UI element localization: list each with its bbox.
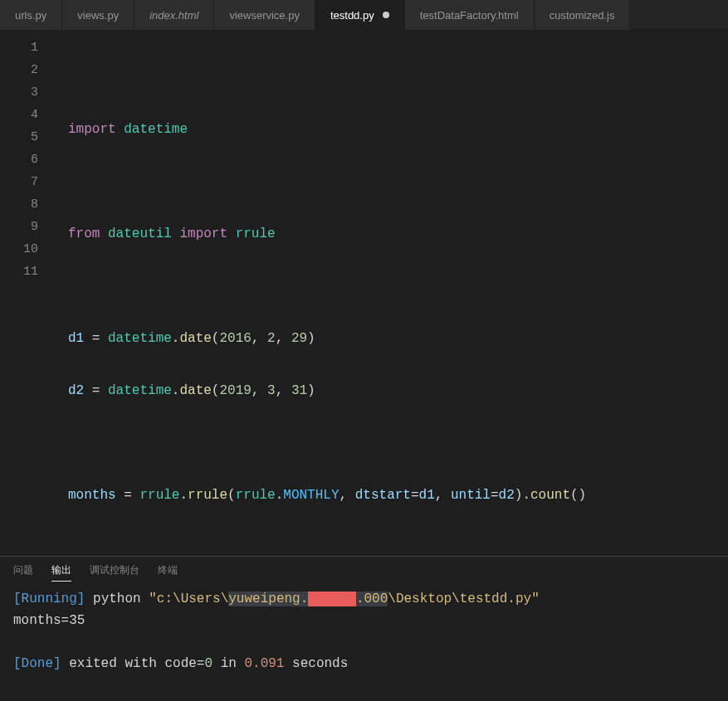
output-content[interactable]: [Running] python "c:\Users\yuweipeng.PHO…	[0, 587, 728, 676]
line-number: 4	[0, 104, 53, 126]
code-line: from dateutil import rrule	[53, 223, 728, 246]
code-line: d2 = datetime.date(2019, 3, 31)	[53, 380, 728, 402]
tab-index-html[interactable]: index.html	[134, 0, 214, 30]
line-number: 1	[0, 37, 53, 59]
code-line: d1 = datetime.date(2016, 2, 29)	[53, 328, 728, 350]
selected-text: yuweipeng.	[228, 591, 308, 606]
panel-tab-problems[interactable]: 问题	[13, 563, 33, 582]
tab-bar: urls.pyviews.pyindex.htmlviewservice.pyt…	[0, 0, 728, 30]
redacted-text: PHONET	[308, 591, 356, 606]
line-number: 8	[0, 193, 53, 216]
tab-views-py[interactable]: views.py	[62, 0, 134, 30]
modified-dot-icon	[383, 12, 389, 18]
code-line: import datetime	[53, 119, 728, 141]
code-line	[53, 537, 728, 556]
panel-tab-output[interactable]: 输出	[51, 563, 71, 582]
line-number: 2	[0, 59, 53, 81]
line-number: 11	[0, 260, 53, 283]
code-line	[53, 66, 728, 89]
tab-testdd-py[interactable]: testdd.py	[315, 0, 405, 30]
code-line: months = rrule.rrule(rrule.MONTHLY, dtst…	[53, 484, 728, 507]
running-tag: [Running]	[13, 591, 85, 606]
output-result: months=35	[13, 613, 85, 628]
tab-urls-py[interactable]: urls.py	[0, 0, 62, 30]
tab-label: urls.py	[15, 9, 46, 22]
line-number-gutter: 1234567891011	[0, 30, 53, 556]
panel-tab-terminal[interactable]: 终端	[158, 563, 178, 582]
tab-label: customized.js	[550, 9, 615, 22]
bottom-panel: 问题 输出 调试控制台 终端 [Running] python "c:\User…	[0, 556, 728, 701]
line-number: 7	[0, 171, 53, 193]
code-line	[53, 171, 728, 193]
code-line	[53, 275, 728, 298]
code-line	[53, 432, 728, 455]
tab-viewservice-py[interactable]: viewservice.py	[214, 0, 315, 30]
tab-label: index.html	[149, 9, 198, 22]
code-content[interactable]: import datetime from dateutil import rru…	[53, 30, 728, 556]
line-number: 9	[0, 216, 53, 238]
panel-tab-debug[interactable]: 调试控制台	[90, 563, 139, 582]
tab-customized-js[interactable]: customized.js	[535, 0, 631, 30]
tab-label: testdd.py	[330, 9, 374, 22]
tab-label: viewservice.py	[229, 9, 300, 22]
tab-label: views.py	[77, 9, 119, 22]
line-number: 10	[0, 238, 53, 260]
line-number: 5	[0, 126, 53, 148]
tab-testDataFactory-html[interactable]: testDataFactory.html	[405, 0, 535, 30]
tab-label: testDataFactory.html	[420, 9, 519, 22]
line-number: 6	[0, 148, 53, 171]
editor-area[interactable]: 1234567891011 import datetime from dateu…	[0, 30, 728, 556]
line-number: 3	[0, 81, 53, 104]
done-tag: [Done]	[13, 656, 61, 671]
panel-tab-bar: 问题 输出 调试控制台 终端	[0, 557, 728, 587]
